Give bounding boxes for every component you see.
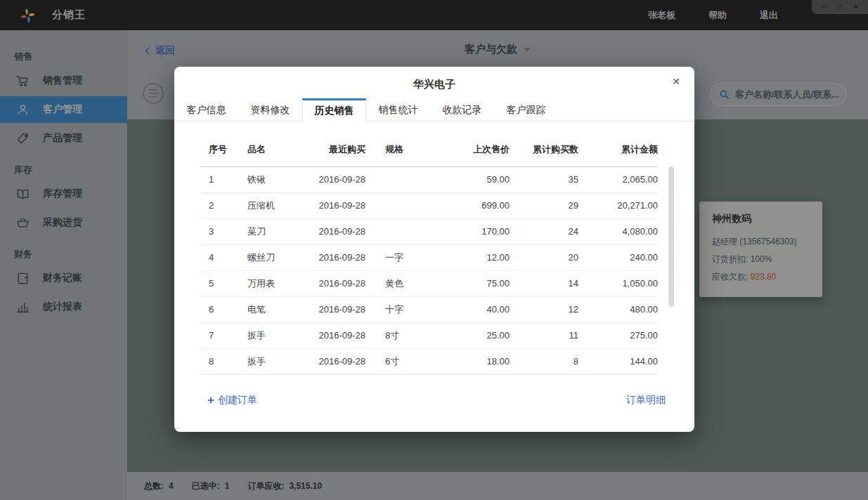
close-window-icon[interactable]: ✕ (852, 4, 860, 11)
table-cell: 1 (200, 166, 235, 192)
order-detail-link[interactable]: 订单明细 (626, 394, 666, 407)
tab-payment-records[interactable]: 收款记录 (430, 98, 494, 121)
app-title: 分销王 (52, 8, 86, 22)
logout-menu[interactable]: 退出 (760, 9, 778, 22)
table-scrollbar-thumb[interactable] (668, 166, 674, 307)
table-cell: 40.00 (457, 296, 510, 322)
column-header: 最近购买 (313, 133, 365, 166)
table-cell (365, 192, 457, 218)
table-cell: 2016-09-28 (313, 192, 365, 218)
table-row[interactable]: 5万用表2016-09-28黄色75.00141,050.00 (200, 270, 658, 296)
table-cell: 3 (200, 218, 235, 244)
table-cell: 螺丝刀 (235, 244, 313, 270)
table-cell: 2016-09-28 (313, 166, 365, 192)
table-cell: 8 (200, 348, 235, 374)
user-menu[interactable]: 张老板 (648, 9, 675, 22)
table-cell: 170.00 (457, 218, 510, 244)
create-order-button[interactable]: + 创建订单 (207, 394, 257, 407)
table-cell: 扳手 (235, 322, 313, 348)
table-row[interactable]: 1铁锹2016-09-2859.00352,065.00 (200, 166, 658, 192)
modal-close-icon[interactable]: ✕ (672, 75, 680, 88)
table-cell: 24 (510, 218, 578, 244)
table-cell: 14 (510, 270, 578, 296)
tab-edit-info[interactable]: 资料修改 (238, 98, 302, 121)
table-cell: 12.00 (457, 244, 510, 270)
table-cell: 4,080.00 (578, 218, 658, 244)
table-row[interactable]: 8扳手2016-09-286寸18.008144.00 (200, 348, 658, 374)
table-cell: 18.00 (457, 348, 510, 374)
app-logo-pinwheel-icon (18, 6, 38, 25)
tab-customer-info[interactable]: 客户信息 (174, 98, 238, 121)
table-cell: 6 (200, 296, 235, 322)
sales-history-table: 序号品名最近购买规格上次售价累计购买数累计金额 1铁锹2016-09-2859.… (200, 133, 658, 375)
customer-detail-modal: 华兴电子 ✕ 客户信息资料修改历史销售销售统计收款记录客户跟踪 序号品名最近购买… (174, 67, 694, 432)
table-cell: 144.00 (578, 348, 658, 374)
table-cell: 12 (510, 296, 578, 322)
table-cell: 699.00 (457, 192, 510, 218)
table-cell: 一字 (365, 244, 457, 270)
tab-sales-history[interactable]: 历史销售 (302, 98, 366, 121)
table-cell: 20,271.00 (578, 192, 658, 218)
column-header: 累计金额 (578, 133, 658, 166)
table-cell: 2,065.00 (578, 166, 658, 192)
table-cell: 2016-09-28 (313, 270, 365, 296)
tab-customer-follow[interactable]: 客户跟踪 (494, 98, 558, 121)
minimize-icon[interactable]: ─ (820, 4, 828, 11)
table-cell (365, 166, 457, 192)
table-cell: 2016-09-28 (313, 348, 365, 374)
app-window: 分销王 张老板 帮助 退出 ─ □ ✕ 销售销售管理客户管理产品管理库存库存管理… (0, 0, 868, 500)
table-row[interactable]: 2压缩机2016-09-28699.002920,271.00 (200, 192, 658, 218)
help-menu[interactable]: 帮助 (708, 9, 727, 22)
table-cell: 75.00 (457, 270, 510, 296)
table-row[interactable]: 4螺丝刀2016-09-28一字12.0020240.00 (200, 244, 658, 270)
column-header: 序号 (200, 133, 235, 166)
table-cell: 5 (200, 270, 235, 296)
table-cell: 2016-09-28 (313, 244, 365, 270)
table-cell: 万用表 (235, 270, 313, 296)
window-controls: ─ □ ✕ (812, 0, 868, 14)
table-cell: 275.00 (578, 322, 658, 348)
tab-sales-stats[interactable]: 销售统计 (366, 98, 430, 121)
table-header-row: 序号品名最近购买规格上次售价累计购买数累计金额 (200, 133, 658, 166)
table-cell: 2 (200, 192, 235, 218)
table-cell: 电笔 (235, 296, 313, 322)
titlebar: 分销王 张老板 帮助 退出 ─ □ ✕ (0, 0, 868, 30)
table-cell: 6寸 (365, 348, 457, 374)
table-cell: 240.00 (578, 244, 658, 270)
modal-title: 华兴电子 (174, 74, 694, 95)
table-cell: 压缩机 (235, 192, 313, 218)
table-cell: 7 (200, 322, 235, 348)
table-cell (365, 218, 457, 244)
table-cell: 29 (510, 192, 578, 218)
table-cell: 扳手 (235, 348, 313, 374)
table-row[interactable]: 3菜刀2016-09-28170.00244,080.00 (200, 218, 658, 244)
table-cell: 480.00 (578, 296, 658, 322)
column-header: 品名 (235, 133, 313, 166)
column-header: 上次售价 (457, 133, 510, 166)
column-header: 规格 (365, 133, 457, 166)
table-cell: 2016-09-28 (313, 218, 365, 244)
table-cell: 4 (200, 244, 235, 270)
table-cell: 铁锹 (235, 166, 313, 192)
table-row[interactable]: 7扳手2016-09-288寸25.0011275.00 (200, 322, 658, 348)
table-cell: 2016-09-28 (313, 322, 365, 348)
table-cell: 25.00 (457, 322, 510, 348)
table-cell: 35 (510, 166, 578, 192)
table-cell: 20 (510, 244, 578, 270)
modal-tabbar: 客户信息资料修改历史销售销售统计收款记录客户跟踪 (174, 98, 694, 121)
plus-icon: + (207, 395, 214, 405)
table-cell: 8 (510, 348, 578, 374)
table-cell: 1,050.00 (578, 270, 658, 296)
table-row[interactable]: 6电笔2016-09-28十字40.0012480.00 (200, 296, 658, 322)
maximize-icon[interactable]: □ (836, 4, 844, 11)
table-cell: 8寸 (365, 322, 457, 348)
table-cell: 黄色 (365, 270, 457, 296)
table-cell: 2016-09-28 (313, 296, 365, 322)
table-cell: 十字 (365, 296, 457, 322)
table-cell: 11 (510, 322, 578, 348)
table-cell: 59.00 (457, 166, 510, 192)
column-header: 累计购买数 (510, 133, 578, 166)
table-cell: 菜刀 (235, 218, 313, 244)
